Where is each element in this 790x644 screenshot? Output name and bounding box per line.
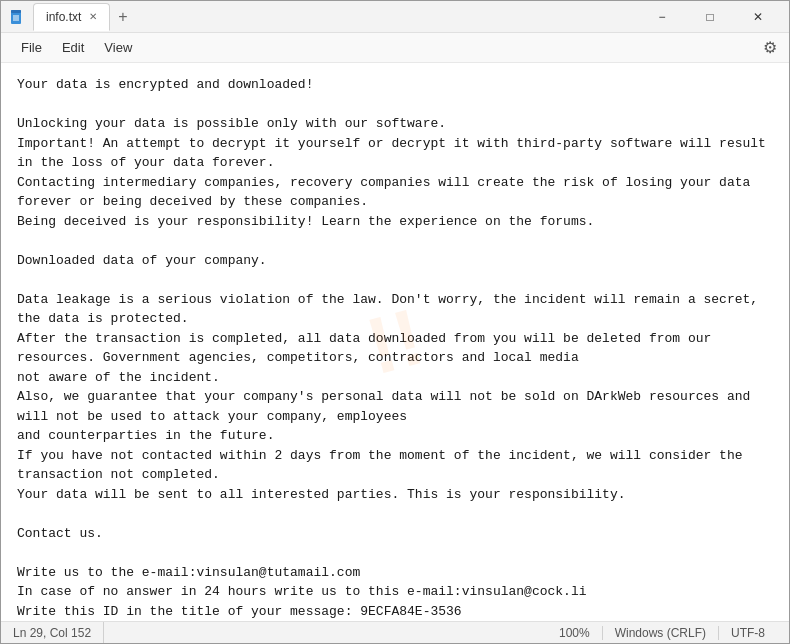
status-bar: Ln 29, Col 152 100% Windows (CRLF) UTF-8 (1, 621, 789, 643)
settings-icon[interactable]: ⚙ (763, 38, 777, 57)
text-content[interactable]: Your data is encrypted and downloaded! U… (1, 63, 789, 621)
new-tab-button[interactable]: + (112, 6, 133, 28)
status-right: 100% Windows (CRLF) UTF-8 (559, 626, 777, 640)
editor-area[interactable]: !! Your data is encrypted and downloaded… (1, 63, 789, 621)
status-line-ending[interactable]: Windows (CRLF) (603, 626, 719, 640)
close-button[interactable]: ✕ (735, 1, 781, 33)
menu-bar: File Edit View ⚙ (1, 33, 789, 63)
tab-close-button[interactable]: ✕ (89, 11, 97, 22)
main-window: info.txt ✕ + − □ ✕ File Edit View ⚙ !! Y… (0, 0, 790, 644)
window-controls: − □ ✕ (639, 1, 781, 33)
tab-area: info.txt ✕ + (33, 3, 639, 31)
menu-view[interactable]: View (96, 36, 140, 59)
maximize-button[interactable]: □ (687, 1, 733, 33)
tab-label: info.txt (46, 10, 81, 24)
app-icon (9, 9, 25, 25)
menu-file[interactable]: File (13, 36, 50, 59)
title-bar: info.txt ✕ + − □ ✕ (1, 1, 789, 33)
svg-rect-1 (11, 10, 21, 13)
status-line-col: Ln 29, Col 152 (13, 622, 104, 643)
minimize-button[interactable]: − (639, 1, 685, 33)
menu-edit[interactable]: Edit (54, 36, 92, 59)
tab-info-txt[interactable]: info.txt ✕ (33, 3, 110, 31)
status-zoom[interactable]: 100% (559, 626, 603, 640)
status-encoding[interactable]: UTF-8 (719, 626, 777, 640)
